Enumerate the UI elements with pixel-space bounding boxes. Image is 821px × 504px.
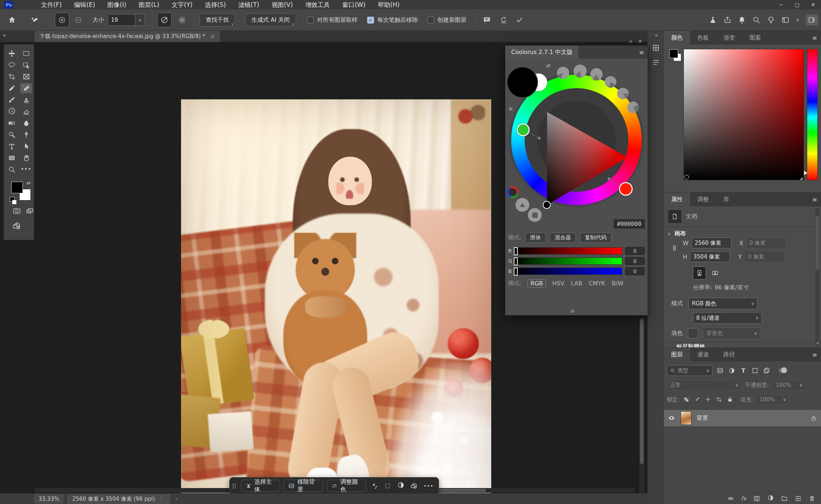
menu-type[interactable]: 文字(Y) [165,1,199,9]
select-subject-button[interactable]: 选择主体 [241,480,280,492]
harmony-knob-1[interactable] [557,67,569,79]
screen-mode-icon[interactable] [25,207,34,215]
feedback-icon[interactable] [480,13,494,27]
sample-all-layers-checkbox[interactable]: 对所有图层取样 [307,16,358,24]
panel-resize-grip[interactable]: ≡ [570,307,575,314]
toolbar-collapse-icon[interactable]: « [3,32,6,38]
new-layer-icon[interactable] [795,495,801,502]
discover-lightbulb-icon[interactable] [767,16,775,24]
coolorus-tab[interactable]: Coolorus 2.7.1 中文版 [505,46,578,59]
tab-swatches[interactable]: 色板 [690,31,716,45]
menu-filter[interactable]: 滤镜(T) [232,1,266,9]
green-slider[interactable] [513,257,622,265]
notifications-bell-icon[interactable] [738,16,746,24]
green-slider-handle[interactable] [514,257,518,265]
home-icon[interactable] [5,13,19,27]
menu-select[interactable]: 选择(S) [199,1,232,9]
filter-type-layers-icon[interactable]: T [739,367,747,375]
red-slider[interactable] [513,247,622,255]
lasso-tool[interactable] [6,60,17,70]
shape-tool[interactable] [6,153,17,163]
green-value[interactable]: 0 [625,257,645,265]
menu-plugins[interactable]: 增效工具 [299,1,336,9]
marquee-tool[interactable] [20,48,32,58]
tab-paths[interactable]: 路径 [716,348,742,362]
share-icon[interactable] [723,16,731,24]
blue-slider[interactable] [513,268,622,275]
zoom-tool[interactable] [6,164,17,174]
panel-menu-icon[interactable]: ≡ [812,351,817,358]
type-tool[interactable] [6,141,17,151]
hex-value-field[interactable]: #000000 [614,219,645,228]
zoom-level-field[interactable]: 33.33% [34,495,63,503]
harmony-knob-6[interactable] [627,102,639,113]
brightness-sun-icon[interactable]: ☀ [508,105,513,113]
harmony-knob-3[interactable] [590,68,603,80]
sv-triangle[interactable] [546,111,629,206]
canvas-section-header[interactable]: ∨ 画布 [668,230,821,237]
tab-properties[interactable]: 属性 [664,193,690,206]
mixer-mode-button[interactable]: 混合器 [550,233,576,243]
link-layers-icon[interactable] [727,495,734,502]
search-icon[interactable] [752,16,760,24]
find-distractions-button[interactable]: 查找干扰 ∨ [200,13,235,26]
color-model-ring-icon[interactable] [507,186,518,198]
filter-shape-layers-icon[interactable] [751,367,759,375]
path-selection-tool[interactable] [20,141,32,151]
filter-adjustment-layers-icon[interactable] [728,367,736,375]
tab-gradients[interactable]: 渐变 [716,31,742,45]
tab-patterns[interactable]: 图案 [742,31,768,45]
filter-smart-objects-icon[interactable] [763,367,771,375]
menu-window[interactable]: 窗口(W) [336,1,371,9]
fill-select[interactable]: 背景色 ∨ [703,327,760,339]
layer-thumbnail[interactable] [681,411,691,425]
commit-check-icon[interactable] [513,13,526,27]
vertical-scrollbar-thumb[interactable] [640,319,644,464]
sv-box-marker[interactable] [684,175,689,179]
gradient-tool[interactable] [6,118,17,128]
menu-help[interactable]: 帮助(H) [371,1,406,9]
layer-row-background[interactable]: 背景 [664,409,821,427]
remove-each-stroke-checkbox[interactable]: ✓ 每次笔触后移除 [367,16,418,24]
quick-mask-icon[interactable] [12,207,21,215]
window-maximize-button[interactable]: ▢ [789,0,805,9]
generative-ai-button[interactable]: 生成式 AI 关闭 ∨ [245,13,296,26]
layer-effects-icon[interactable]: fx [741,495,746,502]
landscape-orientation-button[interactable] [709,267,721,279]
menu-image[interactable]: 图像(I) [101,1,132,9]
reset-icon[interactable] [497,13,510,27]
document-info[interactable]: 2560 像素 x 3504 像素 (96 ppi) 〉 [67,495,170,504]
harmony-knob-4[interactable] [605,76,616,88]
space-bw[interactable]: B/W [612,280,623,287]
blur-tool[interactable] [20,118,32,128]
layer-filter-select[interactable]: 类型 ∨ [667,365,713,376]
blue-value[interactable]: 0 [625,267,645,275]
beta-flask-icon[interactable] [709,16,717,24]
adjust-colors-button[interactable]: 调整颜色 [327,480,366,492]
close-panel-icon[interactable]: ✕ [638,38,643,44]
clone-stamp-tool[interactable] [20,95,32,105]
square-mode-icon[interactable] [528,208,542,222]
swap-colors-icon[interactable]: ⇄ [26,180,30,186]
close-tab-icon[interactable]: × [210,33,215,40]
more-options-icon[interactable]: ••• [423,483,434,489]
menu-view[interactable]: 视图(V) [265,1,299,9]
gear-icon[interactable] [175,13,189,27]
lock-transparency-icon[interactable] [682,396,690,404]
collapsed-panel-icon-2[interactable] [652,58,661,66]
pen-tool[interactable] [20,129,32,140]
bit-depth-select[interactable]: 8 位/通道 ∨ [693,312,762,324]
hue-marker-green[interactable] [517,123,530,136]
properties-scrollbar[interactable] [815,208,820,346]
sliders-mode-button[interactable]: 滑块 [525,233,546,243]
tool-preset-icon[interactable] [28,13,42,27]
layer-visibility-eye-icon[interactable] [668,414,676,422]
object-selection-tool[interactable] [20,60,32,70]
brush-tool[interactable] [6,95,17,105]
generative-sparkle-icon[interactable] [371,482,378,489]
hand-tool[interactable] [20,153,32,163]
menu-file[interactable]: 文件(F) [35,1,68,9]
menu-layer[interactable]: 图层(L) [132,1,165,9]
delete-layer-icon[interactable] [809,495,815,502]
eraser-tool[interactable] [20,106,32,116]
